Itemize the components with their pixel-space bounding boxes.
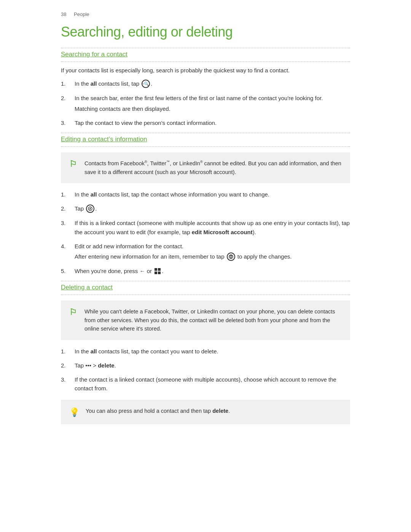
searching-heading: Searching for a contact xyxy=(61,51,350,58)
windows-icon xyxy=(154,268,161,274)
edit-step-4-sub: After entering new information for an it… xyxy=(75,252,350,261)
delete-step-2: 2. Tap ••• > delete. xyxy=(61,361,350,370)
flag-icon: ⚐ xyxy=(69,160,78,168)
editing-note-box: ⚐ Contacts from Facebook®, Twitter™, or … xyxy=(61,152,350,183)
step-2-text: In the search bar, enter the first few l… xyxy=(75,95,323,101)
tip-text: You can also press and hold a contact an… xyxy=(86,407,230,415)
edit-step-5: 5. When you're done, press ← or . xyxy=(61,267,350,275)
step-num-1: 1. xyxy=(61,79,75,88)
section-divider-top xyxy=(61,48,350,48)
bold-delete: delete xyxy=(98,362,114,369)
edit-step-num-5: 5. xyxy=(61,267,75,275)
flag-icon-2: ⚐ xyxy=(69,308,78,316)
editing-heading: Editing a contact’s information xyxy=(61,136,350,143)
editing-divider-top xyxy=(61,133,350,133)
edit-step-num-4: 4. xyxy=(61,242,75,251)
step-2-sub: Matching contacts are then displayed. xyxy=(75,104,350,113)
searching-intro: If your contacts list is especially long… xyxy=(61,66,350,75)
svg-rect-5 xyxy=(230,256,232,257)
search-step-3: 3. Tap the contact to view the person's … xyxy=(61,118,350,127)
edit-step-num-2: 2. xyxy=(61,204,75,213)
step-content-3: Tap the contact to view the person's con… xyxy=(75,118,350,127)
editing-divider-bottom xyxy=(61,146,350,147)
delete-step-num-1: 1. xyxy=(61,347,75,356)
editing-note-text: Contacts from Facebook®, Twitter™, or Li… xyxy=(84,159,342,176)
page-chapter: People xyxy=(74,11,89,17)
delete-step-1: 1. In the all contacts list, tap the con… xyxy=(61,347,350,356)
edit-step-content-1: In the all contacts list, tap the contac… xyxy=(75,190,350,199)
deleting-section: Deleting a contact ⚐ While you can't del… xyxy=(61,281,350,424)
editing-steps: 1. In the all contacts list, tap the con… xyxy=(61,190,350,275)
edit-step-content-5: When you're done, press ← or . xyxy=(75,267,350,275)
step-num-2: 2. xyxy=(61,94,75,102)
editing-section: Editing a contact’s information ⚐ Contac… xyxy=(61,133,350,275)
searching-steps: 1. In the all contacts list, tap . 2. In… xyxy=(61,79,350,127)
delete-step-content-1: In the all contacts list, tap the contac… xyxy=(75,347,350,356)
edit-step-content-4: Edit or add new information for the cont… xyxy=(75,242,350,261)
edit-step-1: 1. In the all contacts list, tap the con… xyxy=(61,190,350,199)
edit-step-num-3: 3. xyxy=(61,219,75,227)
svg-line-3 xyxy=(90,208,91,208)
section-divider-bottom xyxy=(61,61,350,62)
search-step-1: 1. In the all contacts list, tap . xyxy=(61,79,350,88)
delete-step-3: 3. If the contact is a linked contact (s… xyxy=(61,375,350,393)
searching-section: Searching for a contact If your contacts… xyxy=(61,48,350,127)
step-content-1: In the all contacts list, tap . xyxy=(75,79,350,88)
bold-all-edit: all xyxy=(91,191,97,198)
deleting-heading: Deleting a contact xyxy=(61,284,350,291)
deleting-note-box: ⚐ While you can't delete a Facebook, Twi… xyxy=(61,300,350,340)
svg-line-1 xyxy=(143,84,144,85)
edit-step-content-2: Tap . xyxy=(75,204,350,213)
edit-step-3: 3. If this is a linked contact (someone … xyxy=(61,219,350,236)
edit-step-content-3: If this is a linked contact (someone wit… xyxy=(75,219,350,236)
bold-edit-microsoft: edit Microsoft account xyxy=(192,229,253,235)
delete-step-content-3: If the contact is a linked contact (some… xyxy=(75,375,350,393)
delete-step-content-2: Tap ••• > delete. xyxy=(75,361,350,370)
edit-step-4: 4. Edit or add new information for the c… xyxy=(61,242,350,261)
save-icon xyxy=(227,252,235,261)
bold-all-1: all xyxy=(91,80,97,87)
tip-box: 💡 You can also press and hold a contact … xyxy=(61,400,350,424)
main-title: Searching, editing or deleting xyxy=(61,24,350,40)
back-arrow-icon: ← xyxy=(139,268,145,274)
page-number: 38 xyxy=(61,11,66,17)
search-step-2: 2. In the search bar, enter the first fe… xyxy=(61,94,350,113)
edit-icon xyxy=(86,204,94,213)
search-icon xyxy=(142,80,150,88)
svg-rect-6 xyxy=(230,257,231,258)
page-header: 38 People xyxy=(61,11,350,17)
lightbulb-icon: 💡 xyxy=(69,407,80,417)
edit-step-num-1: 1. xyxy=(61,190,75,199)
bold-all-delete: all xyxy=(91,348,97,355)
svg-point-0 xyxy=(143,83,143,84)
bold-tip-delete: delete xyxy=(212,408,228,414)
edit-step-2: 2. Tap . xyxy=(61,204,350,213)
delete-step-num-2: 2. xyxy=(61,361,75,370)
deleting-divider-bottom xyxy=(61,294,350,295)
step-num-3: 3. xyxy=(61,118,75,127)
deleting-divider-top xyxy=(61,281,350,281)
step-content-2: In the search bar, enter the first few l… xyxy=(75,94,350,113)
deleting-note-text: While you can't delete a Facebook, Twitt… xyxy=(84,307,342,333)
deleting-steps: 1. In the all contacts list, tap the con… xyxy=(61,347,350,393)
delete-step-num-3: 3. xyxy=(61,375,75,384)
